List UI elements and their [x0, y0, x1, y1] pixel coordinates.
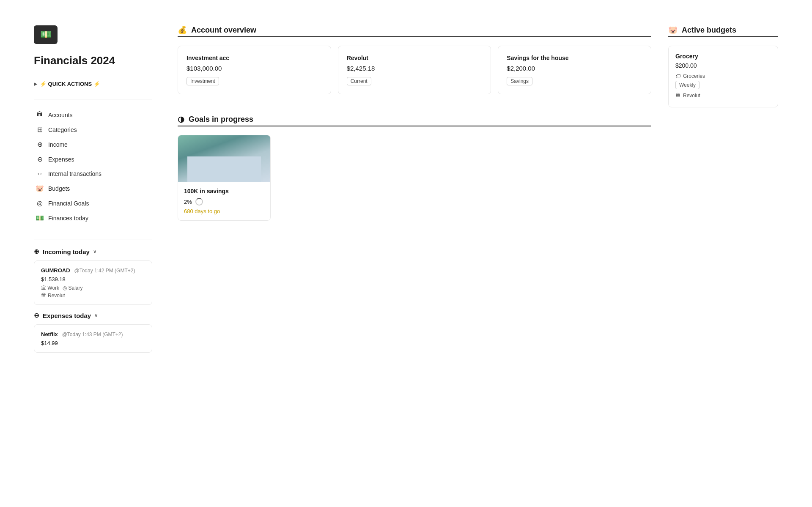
- goals-header: ◑ Goals in progress: [178, 115, 651, 124]
- expense-transaction-0[interactable]: Netflix @Today 1:43 PM (GMT+2) $14.99: [34, 324, 152, 353]
- budget-account-icon-0: 🏛: [675, 93, 680, 99]
- budget-category-0: 🏷 Groceries: [675, 73, 771, 79]
- budget-frequency-0: Weekly: [675, 81, 700, 89]
- app-title: Financials 2024: [34, 54, 152, 67]
- logo-icon: 💵: [40, 29, 52, 40]
- budget-card-0[interactable]: Grocery $200.00 🏷 Groceries Weekly 🏛 Rev…: [668, 46, 778, 107]
- nav-item-accounts[interactable]: 🏛 Accounts: [34, 108, 152, 122]
- income-icon: ⊕: [36, 140, 44, 148]
- goal-progress-circle-0: [195, 198, 203, 206]
- expense-transaction-amount-0: $14.99: [41, 340, 145, 346]
- expenses-icon: ⊖: [36, 155, 44, 163]
- account-type-investment: Investment: [187, 77, 219, 85]
- account-name-investment: Investment acc: [187, 55, 322, 61]
- quick-actions-toggle[interactable]: ▶ ⚡ QUICK ACTIONS ⚡: [34, 81, 152, 87]
- nav-item-budgets[interactable]: 🐷 Budgets: [34, 181, 152, 196]
- expenses-today-section: ⊖ Expenses today ∨ Netflix @Today 1:43 P…: [34, 312, 152, 353]
- nav-label-finances-today: Finances today: [48, 215, 88, 222]
- tag-work: 🏛 Work: [41, 285, 59, 291]
- nav-label-financial-goals: Financial Goals: [48, 200, 89, 207]
- active-budgets-underline: [668, 36, 778, 37]
- nav-menu: 🏛 Accounts ⊞ Categories ⊕ Income ⊖ Expen…: [34, 108, 152, 225]
- incoming-transaction-0[interactable]: GUMROAD @Today 1:42 PM (GMT+2) $1,539.18…: [34, 260, 152, 305]
- nav-label-expenses: Expenses: [48, 156, 74, 163]
- nav-label-income: Income: [48, 141, 68, 148]
- account-type-savings: Savings: [507, 77, 532, 85]
- goal-pct-0: 2%: [184, 199, 192, 205]
- account-name-revolut: Revolut: [347, 55, 483, 61]
- active-budgets-icon: 🐷: [668, 25, 678, 35]
- goal-card-0[interactable]: 100K in savings 2% 680 days to go: [178, 135, 271, 221]
- expense-transaction-date-0: @Today 1:43 PM (GMT+2): [62, 332, 123, 337]
- goal-image-inner-0: [178, 135, 270, 182]
- account-amount-revolut: $2,425.18: [347, 65, 483, 72]
- goals-title: Goals in progress: [189, 115, 253, 124]
- incoming-today-toggle[interactable]: ⊕ Incoming today ∨: [34, 248, 152, 255]
- sidebar: 💵 Financials 2024 ▶ ⚡ QUICK ACTIONS ⚡ 🏛 …: [34, 25, 152, 482]
- nav-item-finances-today[interactable]: 💵 Finances today: [34, 211, 152, 225]
- incoming-transaction-account-0: 🏛 Revolut: [41, 293, 145, 299]
- right-column: 🐷 Active budgets Grocery $200.00 🏷 Groce…: [668, 25, 778, 482]
- account-type-revolut: Current: [347, 77, 371, 85]
- incoming-transaction-title-row: GUMROAD @Today 1:42 PM (GMT+2): [41, 267, 145, 274]
- active-budgets-title: Active budgets: [682, 26, 736, 35]
- accounts-icon: 🏛: [36, 111, 44, 119]
- goal-body-0: 100K in savings 2% 680 days to go: [178, 182, 270, 220]
- nav-item-internal-transactions[interactable]: ↔ Internal transactions: [34, 167, 152, 181]
- tag-salary: ◎ Salary: [63, 285, 82, 291]
- expenses-today-label: Expenses today: [43, 312, 91, 319]
- nav-label-budgets: Budgets: [48, 185, 70, 192]
- goal-image-0: [178, 135, 270, 182]
- accounts-grid: Investment acc $103,000.00 Investment Re…: [178, 46, 651, 94]
- nav-item-categories[interactable]: ⊞ Categories: [34, 122, 152, 137]
- incoming-today-chevron: ∨: [93, 249, 96, 255]
- account-icon-revolut-0: 🏛: [41, 293, 46, 299]
- expense-transaction-name-0: Netflix: [41, 331, 58, 337]
- quick-actions-arrow: ▶: [34, 82, 37, 86]
- incoming-transaction-amount-0: $1,539.18: [41, 276, 145, 282]
- nav-item-expenses[interactable]: ⊖ Expenses: [34, 152, 152, 167]
- goal-days-0: 680 days to go: [184, 208, 264, 214]
- account-amount-investment: $103,000.00: [187, 65, 322, 72]
- expenses-today-toggle[interactable]: ⊖ Expenses today ∨: [34, 312, 152, 319]
- incoming-today-label: Incoming today: [43, 248, 90, 255]
- account-overview-header: 💰 Account overview: [178, 25, 651, 35]
- expenses-today-icon: ⊖: [34, 312, 39, 319]
- nav-item-financial-goals[interactable]: ◎ Financial Goals: [34, 196, 152, 211]
- goal-progress-row-0: 2%: [184, 198, 264, 206]
- incoming-today-section: ⊕ Incoming today ∨ GUMROAD @Today 1:42 P…: [34, 248, 152, 305]
- nav-item-income[interactable]: ⊕ Income: [34, 137, 152, 152]
- account-overview-icon: 💰: [178, 25, 187, 35]
- financial-goals-icon: ◎: [36, 199, 44, 207]
- goals-grid: 100K in savings 2% 680 days to go: [178, 135, 651, 221]
- account-card-revolut[interactable]: Revolut $2,425.18 Current: [338, 46, 491, 94]
- quick-actions-label: ⚡ QUICK ACTIONS ⚡: [40, 81, 100, 87]
- account-overview-underline: [178, 36, 651, 37]
- active-budgets-header: 🐷 Active budgets: [668, 25, 778, 35]
- account-name-savings: Savings for the house: [507, 55, 642, 61]
- categories-icon: ⊞: [36, 126, 44, 134]
- expense-transaction-title-row: Netflix @Today 1:43 PM (GMT+2): [41, 331, 145, 337]
- goals-underline: [178, 126, 651, 126]
- account-card-savings[interactable]: Savings for the house $2,200.00 Savings: [498, 46, 651, 94]
- active-budgets-section: 🐷 Active budgets Grocery $200.00 🏷 Groce…: [668, 25, 778, 107]
- incoming-transaction-name-0: GUMROAD: [41, 267, 70, 274]
- incoming-transaction-date-0: @Today 1:42 PM (GMT+2): [74, 268, 135, 274]
- goals-section: ◑ Goals in progress 100K in savings 2%: [178, 115, 651, 221]
- account-card-investment[interactable]: Investment acc $103,000.00 Investment: [178, 46, 331, 94]
- budget-account-0: 🏛 Revolut: [675, 93, 771, 99]
- budget-name-0: Grocery: [675, 53, 771, 60]
- nav-label-accounts: Accounts: [48, 112, 73, 118]
- incoming-transaction-tags-0: 🏛 Work ◎ Salary: [41, 285, 145, 291]
- expenses-today-chevron: ∨: [94, 313, 98, 318]
- finances-today-icon: 💵: [36, 214, 44, 222]
- nav-label-internal-transactions: Internal transactions: [48, 170, 102, 177]
- budgets-icon: 🐷: [36, 184, 44, 192]
- goals-icon: ◑: [178, 115, 184, 124]
- app-logo: 💵: [34, 25, 58, 44]
- main-content: 💰 Account overview Investment acc $103,0…: [178, 25, 651, 482]
- budget-amount-0: $200.00: [675, 62, 771, 69]
- account-overview-section: 💰 Account overview Investment acc $103,0…: [178, 25, 651, 94]
- account-amount-savings: $2,200.00: [507, 65, 642, 72]
- sidebar-divider-2: [34, 239, 152, 239]
